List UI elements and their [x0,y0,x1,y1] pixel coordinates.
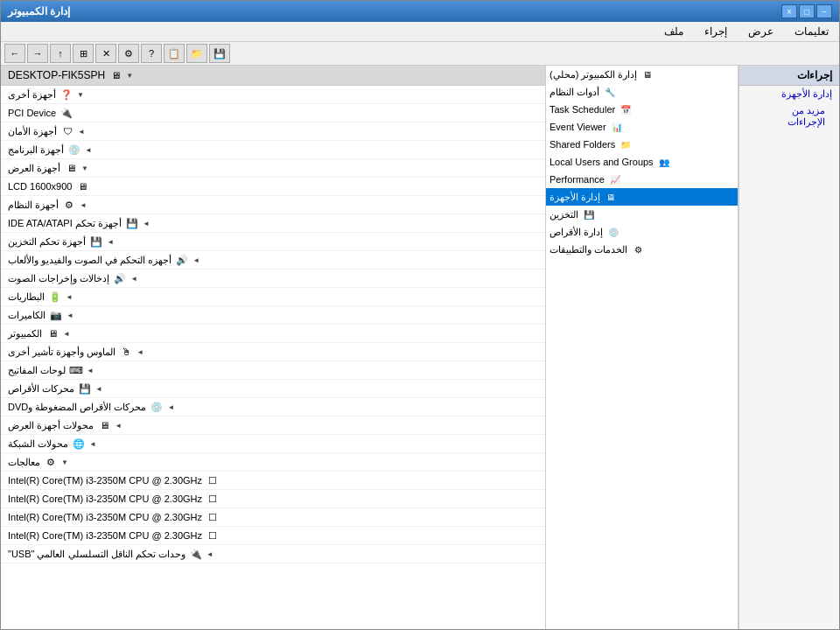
tree-item-event-viewer[interactable]: 📊 Event Viewer [546,118,738,136]
device-row-audio[interactable]: ◄ 🔊 أجهزه التحكم في الصوت والفيديو والأل… [1,251,545,270]
device-tree-header[interactable]: ▼ 🖥 DESKTOP-FIK5SPH [1,66,545,86]
device-row-lcd[interactable]: 🖥 LCD 1600x900 [1,178,545,196]
row-arrow[interactable]: ◄ [115,422,122,430]
row-arrow[interactable]: ◄ [130,275,137,283]
toolbar-forward[interactable]: → [27,44,48,63]
device-row-display-adapters[interactable]: ◄ 🖥 محولات أجهزة العرض [1,416,545,435]
device-label: LCD 1600x900 [8,181,72,192]
row-arrow[interactable]: ◄ [87,367,94,374]
device-row-other[interactable]: ▼ ❓ أجهزة أخرى [1,86,545,104]
row-arrow[interactable]: ◄ [78,128,85,136]
row-arrow[interactable]: ◄ [66,293,73,301]
device-row-pci[interactable]: 🔌 PCI Device [1,104,545,122]
tree-item-system-tools[interactable]: 🔧 أدوات النظام [546,83,738,101]
toolbar-grid[interactable]: ⊞ [73,44,94,63]
menu-help[interactable]: تعليمات [788,24,836,39]
tree-item-performance[interactable]: 📈 Performance [546,171,738,188]
maximize-button[interactable]: □ [799,4,815,18]
row-arrow[interactable]: ◄ [63,330,70,338]
users-icon: 👥 [657,155,671,169]
menu-action[interactable]: إجراء [697,24,734,39]
device-row-batteries[interactable]: ◄ 🔋 البطاريات [1,288,545,306]
action-device-manager[interactable]: إدارة الأجهزة [739,86,839,102]
row-arrow[interactable]: ◄ [95,385,102,393]
row-arrow[interactable]: ◄ [85,146,92,154]
device-row-cpu3[interactable]: ☐ Intel(R) Core(TM) i3-2350M CPU @ 2.30G… [1,508,545,527]
device-row-processors[interactable]: ▼ ⚙ معالجات [1,453,545,472]
tree-label: أدوات النظام [550,87,599,98]
row-arrow[interactable]: ◄ [143,220,150,228]
device-row-system[interactable]: ◄ ⚙ أجهزة النظام [1,196,545,214]
toolbar-save[interactable]: 💾 [209,44,230,63]
row-arrow[interactable]: ◄ [192,256,200,264]
tree-item-shared-folders[interactable]: 📁 Shared Folders [546,136,738,153]
row-expand[interactable]: ▼ [77,91,84,99]
device-label: الماوس وأجهزة تأشير أخرى [8,346,116,358]
keyboard-icon: ⌨ [69,363,83,377]
cpu-icon: ☐ [206,473,220,487]
tree-item-services[interactable]: ⚙ الخدمات والتطبيقات [546,241,738,258]
tree-label: إدارة الأجهزة [550,192,600,203]
device-icon: 🖥 [604,190,618,204]
dvd-icon: 💿 [150,400,164,414]
cpu-icon: ☐ [206,528,220,542]
device-row-computer[interactable]: ◄ 🖥 الكمبيوتر [1,325,545,343]
device-row-mouse[interactable]: ◄ 🖱 الماوس وأجهزة تأشير أخرى [1,343,545,361]
main-content: إجراءات إدارة الأجهزة مزيد من الإجراءات … [1,66,839,629]
device-row-display-devices[interactable]: ▼ 🖥 أجهزة العرض [1,159,545,178]
device-row-ide[interactable]: ◄ 💾 أجهزة تحكم IDE ATA/ATAPI [1,214,545,233]
device-label: Intel(R) Core(TM) i3-2350M CPU @ 2.30GHz [8,494,202,504]
toolbar-open[interactable]: 📁 [186,44,207,63]
device-label: الكمبيوتر [8,328,42,340]
row-arrow[interactable]: ◄ [136,348,144,356]
device-row-cpu4[interactable]: ☐ Intel(R) Core(TM) i3-2350M CPU @ 2.30G… [1,527,545,545]
device-row-software[interactable]: ◄ 💿 أجهزة البرنامج [1,141,545,159]
toolbar-up[interactable]: ↑ [50,44,71,63]
device-row-storage-controllers[interactable]: ◄ 💾 أجهزة تحكم التخزين [1,233,545,251]
tree-item-storage[interactable]: 💾 التخزين [546,206,738,223]
device-row-security[interactable]: ◄ 🛡 أجهزة الأمان [1,122,545,141]
services-icon: ⚙ [631,242,645,256]
device-row-cpu1[interactable]: ☐ Intel(R) Core(TM) i3-2350M CPU @ 2.30G… [1,472,545,490]
menu-bar: تعليمات عرض إجراء ملف [1,22,839,42]
tree-item-task-scheduler[interactable]: 📅 Task Scheduler [546,101,738,118]
device-row-cameras[interactable]: ◄ 📷 الكاميرات [1,306,545,325]
toolbar-settings[interactable]: ⚙ [118,44,139,63]
device-row-dvd[interactable]: ◄ 💿 محركات الأقراص المضغوطة وDVD [1,398,545,416]
toolbar-delete[interactable]: ✕ [95,44,116,63]
menu-file[interactable]: ملف [657,24,690,39]
header-expand[interactable]: ▼ [126,72,133,80]
row-arrow[interactable]: ◄ [107,238,114,246]
pci-icon: 🔌 [60,106,74,120]
performance-icon: 📈 [608,172,622,186]
lcd-icon: 🖥 [75,179,89,193]
minimize-button[interactable]: − [816,4,832,18]
device-row-audio-io[interactable]: ◄ 🔊 إدخالات وإخراجات الصوت [1,270,545,288]
row-expand[interactable]: ▼ [81,164,88,172]
row-arrow[interactable]: ◄ [206,550,214,558]
device-row-cpu2[interactable]: ☐ Intel(R) Core(TM) i3-2350M CPU @ 2.30G… [1,490,545,508]
scheduler-icon: 📅 [619,102,633,116]
toolbar-back[interactable]: ← [4,44,25,63]
row-arrow[interactable]: ◄ [66,312,74,319]
row-arrow[interactable]: ◄ [80,201,87,209]
tree-item-device-manager[interactable]: 🖥 إدارة الأجهزة [546,188,738,206]
tree-item-local-users[interactable]: 👥 Local Users and Groups [546,153,738,171]
device-row-keyboards[interactable]: ◄ ⌨ لوحات المفاتيح [1,361,545,380]
device-row-disk-drives[interactable]: ◄ 💾 محركات الأقراص [1,380,545,398]
close-button[interactable]: × [781,4,797,18]
device-label: وحدات تحكم الناقل التسلسلي العالمي "USB" [8,549,186,560]
row-arrow[interactable]: ◄ [89,440,96,448]
device-row-usb[interactable]: ◄ 🔌 وحدات تحكم الناقل التسلسلي العالمي "… [1,545,545,564]
row-expand[interactable]: ▼ [61,458,68,466]
tree-label: Shared Folders [550,139,615,150]
menu-view[interactable]: عرض [741,24,780,39]
tree-label: Performance [550,174,605,185]
tree-item-disk-management[interactable]: 💿 إدارة الأقراص [546,223,738,241]
toolbar-copy[interactable]: 📋 [164,44,185,63]
tree-item-computer-management[interactable]: 🖥 إدارة الكمبيوتر (محلي) [546,66,738,83]
toolbar-help[interactable]: ? [141,44,162,63]
device-row-network[interactable]: ◄ 🌐 محولات الشبكة [1,435,545,453]
row-arrow[interactable]: ◄ [167,403,174,411]
action-more[interactable]: مزيد من الإجراءات [739,102,839,130]
